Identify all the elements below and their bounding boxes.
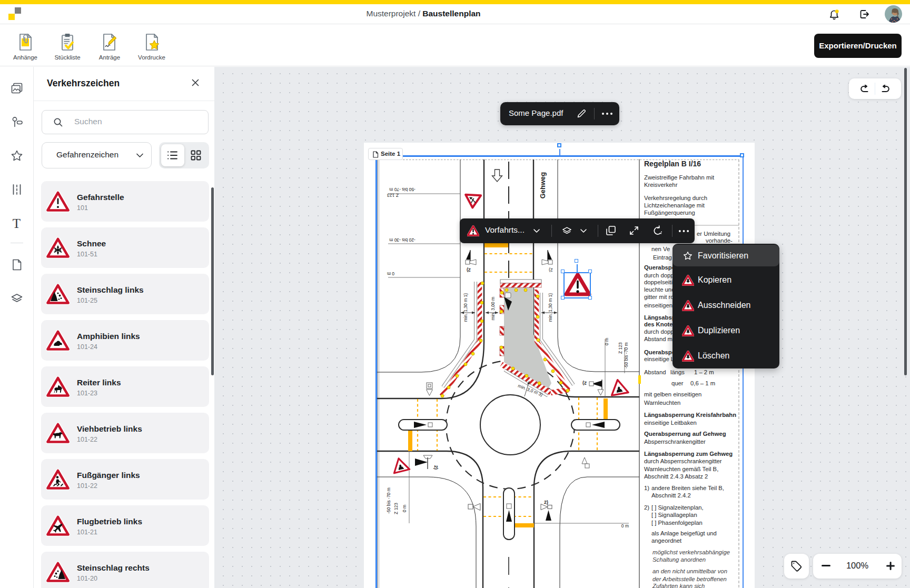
- svg-text:Z 123: Z 123: [387, 193, 399, 198]
- svg-text:möglichst verkehrsabhängige: möglichst verkehrsabhängige: [652, 549, 730, 555]
- svg-text:-50 bis -70 m: -50 bis -70 m: [624, 342, 629, 368]
- svg-text:Warnleuchten gemäß Teil B,: Warnleuchten gemäß Teil B,: [644, 466, 718, 472]
- svg-text:Lichtzeichenanlage mit: Lichtzeichenanlage mit: [644, 202, 705, 208]
- svg-text:min. 1,30 m 1): min. 1,30 m 1): [463, 293, 468, 322]
- svg-text:0,6 – 1 m: 0,6 – 1 m: [690, 380, 715, 386]
- svg-text:[ ] Signallageplan: [ ] Signallageplan: [651, 512, 697, 518]
- svg-text:Absperrschrankengitter: Absperrschrankengitter: [644, 438, 706, 445]
- svg-text:Verkehrsregelung durch: Verkehrsregelung durch: [644, 195, 707, 201]
- svg-text:Zweistreifige Fahrbahn mit: Zweistreifige Fahrbahn mit: [644, 174, 715, 181]
- svg-text:Abschnitt 2.4.2: Abschnitt 2.4.2: [651, 492, 691, 499]
- svg-text:Warnleuchten: Warnleuchten: [644, 400, 680, 406]
- svg-text:min. 3,00 m: min. 3,00 m: [490, 297, 496, 320]
- svg-text:2): 2): [544, 500, 548, 505]
- svg-text:Querabsperrung auf Gehweg: Querabsperrung auf Gehweg: [644, 431, 726, 437]
- svg-text:0 m: 0 m: [604, 338, 609, 345]
- svg-text:[ ] Phasenfolgeplan: [ ] Phasenfolgeplan: [651, 520, 703, 526]
- svg-text:Längsabsperrung Kreisfahrbahn: Längsabsperrung Kreisfahrbahn: [644, 412, 736, 418]
- svg-text:-50 bis -70 m: -50 bis -70 m: [389, 187, 416, 192]
- svg-text:nen Ve: nen Ve: [651, 246, 670, 252]
- svg-text:[ ] Signalzeitenplan,: [ ] Signalzeitenplan,: [651, 504, 704, 511]
- svg-text:0 m: 0 m: [402, 505, 407, 512]
- svg-text:mit gelben einseitigen: mit gelben einseitigen: [644, 391, 701, 397]
- svg-text:längs: längs: [670, 369, 685, 375]
- svg-text:1 – 2 m: 1 – 2 m: [694, 369, 714, 375]
- svg-text:0 m: 0 m: [387, 271, 394, 276]
- svg-text:2): 2): [549, 267, 553, 273]
- svg-text:-20 bis -30 m: -20 bis -30 m: [389, 237, 416, 243]
- svg-text:Schaltung anordnen: Schaltung anordnen: [652, 556, 706, 563]
- svg-text:2): 2): [582, 381, 587, 386]
- svg-text:quer: quer: [671, 380, 684, 386]
- svg-text:vorhande-: vorhande-: [706, 237, 733, 244]
- svg-text:angeordnet: angeordnet: [651, 537, 682, 544]
- svg-text:Kreisverkehr: Kreisverkehr: [644, 182, 678, 188]
- svg-text:an den nicht unmittelbar von: an den nicht unmittelbar von: [652, 568, 727, 574]
- svg-text:Eintrag: Eintrag: [653, 254, 672, 261]
- svg-text:1): 1): [644, 485, 649, 491]
- svg-text:Zufahrten kann sich: Zufahrten kann sich: [652, 583, 705, 588]
- svg-text:als Anlage beigefügt und: als Anlage beigefügt und: [651, 530, 717, 536]
- svg-text:0 m: 0 m: [621, 523, 629, 529]
- svg-text:2): 2): [433, 465, 439, 470]
- svg-text:Längsabsperrung zum Gehweg: Längsabsperrung zum Gehweg: [644, 451, 733, 457]
- svg-text:-50 bis -70 m: -50 bis -70 m: [386, 487, 391, 514]
- svg-text:Fußgängerquerung: Fußgängerquerung: [644, 210, 695, 216]
- svg-text:der Arbeitsstelle betroffenen: der Arbeitsstelle betroffenen: [652, 576, 727, 582]
- svg-text:Abschnitt 2.4.3 Absatz 2: Abschnitt 2.4.3 Absatz 2: [644, 473, 708, 480]
- svg-text:Regelplan B I/16: Regelplan B I/16: [644, 160, 701, 168]
- svg-text:andere Breiten siehe Teil B,: andere Breiten siehe Teil B,: [651, 485, 724, 491]
- svg-text:min. 1,30 m 1): min. 1,30 m 1): [548, 293, 553, 322]
- svg-text:Z 123: Z 123: [618, 342, 623, 354]
- svg-text:einseitige Leitbaken: einseitige Leitbaken: [644, 420, 697, 426]
- svg-text:Z 123: Z 123: [393, 503, 399, 514]
- svg-text:Abstand: Abstand: [644, 369, 666, 375]
- svg-text:2): 2): [644, 504, 649, 511]
- svg-text:Gehweg: Gehweg: [539, 172, 547, 199]
- svg-text:2): 2): [467, 267, 471, 273]
- svg-text:er Umleitung: er Umleitung: [697, 231, 730, 237]
- svg-text:durch Absperrschrankengitter: durch Absperrschrankengitter: [644, 458, 722, 464]
